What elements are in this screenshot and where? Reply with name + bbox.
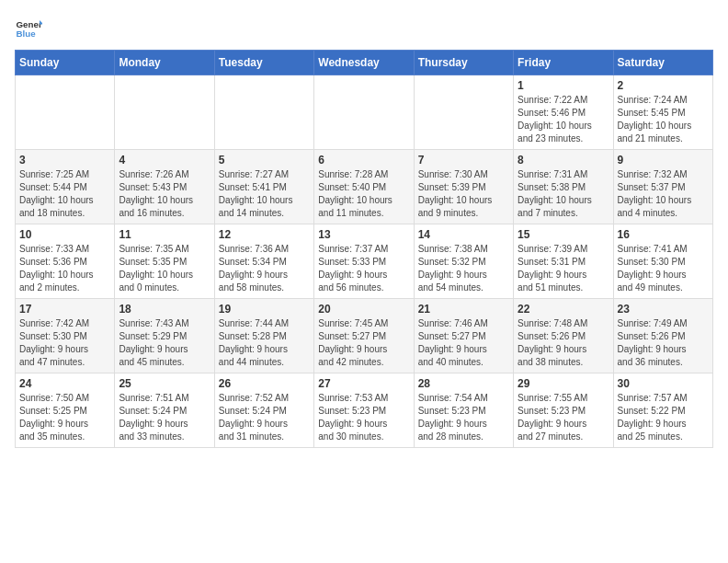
day-cell: 20Sunrise: 7:45 AM Sunset: 5:27 PM Dayli… — [314, 299, 414, 373]
day-info: Sunrise: 7:25 AM Sunset: 5:44 PM Dayligh… — [19, 168, 110, 220]
day-cell: 5Sunrise: 7:27 AM Sunset: 5:41 PM Daylig… — [214, 150, 313, 224]
day-cell: 4Sunrise: 7:26 AM Sunset: 5:43 PM Daylig… — [115, 150, 214, 224]
day-info: Sunrise: 7:32 AM Sunset: 5:37 PM Dayligh… — [618, 168, 709, 220]
day-info: Sunrise: 7:57 AM Sunset: 5:22 PM Dayligh… — [618, 392, 709, 443]
day-cell: 21Sunrise: 7:46 AM Sunset: 5:27 PM Dayli… — [414, 299, 513, 373]
day-number: 16 — [618, 228, 709, 241]
day-cell — [115, 75, 214, 150]
day-cell: 12Sunrise: 7:36 AM Sunset: 5:34 PM Dayli… — [214, 224, 313, 299]
day-number: 27 — [318, 377, 409, 390]
day-number: 28 — [418, 377, 509, 390]
day-number: 2 — [618, 79, 709, 92]
day-cell: 24Sunrise: 7:50 AM Sunset: 5:25 PM Dayli… — [16, 373, 115, 448]
day-number: 10 — [19, 228, 110, 241]
day-info: Sunrise: 7:54 AM Sunset: 5:23 PM Dayligh… — [418, 392, 509, 443]
day-info: Sunrise: 7:37 AM Sunset: 5:33 PM Dayligh… — [318, 243, 409, 294]
svg-text:Blue: Blue — [17, 29, 37, 39]
day-cell: 23Sunrise: 7:49 AM Sunset: 5:26 PM Dayli… — [613, 299, 712, 373]
day-info: Sunrise: 7:44 AM Sunset: 5:28 PM Dayligh… — [219, 317, 310, 369]
day-info: Sunrise: 7:48 AM Sunset: 5:26 PM Dayligh… — [518, 317, 609, 369]
day-info: Sunrise: 7:41 AM Sunset: 5:30 PM Dayligh… — [618, 243, 709, 294]
day-number: 14 — [418, 228, 509, 241]
header-row: SundayMondayTuesdayWednesdayThursdayFrid… — [16, 51, 713, 75]
day-number: 8 — [518, 154, 609, 167]
column-header-wednesday: Wednesday — [314, 51, 414, 75]
day-info: Sunrise: 7:39 AM Sunset: 5:31 PM Dayligh… — [518, 243, 609, 294]
day-info: Sunrise: 7:46 AM Sunset: 5:27 PM Dayligh… — [418, 317, 509, 369]
day-number: 3 — [19, 154, 110, 167]
day-number: 4 — [119, 154, 210, 167]
day-cell: 2Sunrise: 7:24 AM Sunset: 5:45 PM Daylig… — [613, 75, 712, 150]
day-info: Sunrise: 7:51 AM Sunset: 5:24 PM Dayligh… — [119, 392, 210, 443]
day-cell: 29Sunrise: 7:55 AM Sunset: 5:23 PM Dayli… — [514, 373, 613, 448]
week-row-2: 3Sunrise: 7:25 AM Sunset: 5:44 PM Daylig… — [16, 150, 713, 224]
day-info: Sunrise: 7:27 AM Sunset: 5:41 PM Dayligh… — [219, 168, 310, 220]
day-info: Sunrise: 7:42 AM Sunset: 5:30 PM Dayligh… — [19, 317, 110, 369]
day-number: 22 — [518, 303, 609, 316]
day-number: 18 — [119, 303, 210, 316]
day-number: 13 — [318, 228, 409, 241]
day-cell: 26Sunrise: 7:52 AM Sunset: 5:24 PM Dayli… — [214, 373, 313, 448]
day-info: Sunrise: 7:53 AM Sunset: 5:23 PM Dayligh… — [318, 392, 409, 443]
column-header-saturday: Saturday — [613, 51, 712, 75]
day-cell — [214, 75, 313, 150]
day-number: 21 — [418, 303, 509, 316]
day-info: Sunrise: 7:35 AM Sunset: 5:35 PM Dayligh… — [119, 243, 210, 294]
day-cell — [16, 75, 115, 150]
day-info: Sunrise: 7:43 AM Sunset: 5:29 PM Dayligh… — [119, 317, 210, 369]
logo-icon: General Blue — [15, 15, 42, 42]
day-info: Sunrise: 7:49 AM Sunset: 5:26 PM Dayligh… — [618, 317, 709, 369]
day-cell: 3Sunrise: 7:25 AM Sunset: 5:44 PM Daylig… — [16, 150, 115, 224]
column-header-monday: Monday — [115, 51, 214, 75]
day-number: 1 — [518, 79, 609, 92]
logo: General Blue — [15, 15, 46, 42]
day-cell: 15Sunrise: 7:39 AM Sunset: 5:31 PM Dayli… — [514, 224, 613, 299]
day-cell — [414, 75, 513, 150]
day-number: 11 — [119, 228, 210, 241]
week-row-3: 10Sunrise: 7:33 AM Sunset: 5:36 PM Dayli… — [16, 224, 713, 299]
column-header-thursday: Thursday — [414, 51, 513, 75]
day-cell: 17Sunrise: 7:42 AM Sunset: 5:30 PM Dayli… — [16, 299, 115, 373]
day-cell: 25Sunrise: 7:51 AM Sunset: 5:24 PM Dayli… — [115, 373, 214, 448]
day-info: Sunrise: 7:50 AM Sunset: 5:25 PM Dayligh… — [19, 392, 110, 443]
day-number: 25 — [119, 377, 210, 390]
day-info: Sunrise: 7:38 AM Sunset: 5:32 PM Dayligh… — [418, 243, 509, 294]
day-cell: 22Sunrise: 7:48 AM Sunset: 5:26 PM Dayli… — [514, 299, 613, 373]
day-number: 7 — [418, 154, 509, 167]
day-info: Sunrise: 7:30 AM Sunset: 5:39 PM Dayligh… — [418, 168, 509, 220]
day-cell: 7Sunrise: 7:30 AM Sunset: 5:39 PM Daylig… — [414, 150, 513, 224]
day-info: Sunrise: 7:52 AM Sunset: 5:24 PM Dayligh… — [219, 392, 310, 443]
day-cell: 11Sunrise: 7:35 AM Sunset: 5:35 PM Dayli… — [115, 224, 214, 299]
day-cell: 27Sunrise: 7:53 AM Sunset: 5:23 PM Dayli… — [314, 373, 414, 448]
day-cell: 19Sunrise: 7:44 AM Sunset: 5:28 PM Dayli… — [214, 299, 313, 373]
day-info: Sunrise: 7:36 AM Sunset: 5:34 PM Dayligh… — [219, 243, 310, 294]
day-number: 12 — [219, 228, 310, 241]
day-cell — [314, 75, 414, 150]
day-info: Sunrise: 7:24 AM Sunset: 5:45 PM Dayligh… — [618, 94, 709, 145]
day-cell: 28Sunrise: 7:54 AM Sunset: 5:23 PM Dayli… — [414, 373, 513, 448]
day-number: 5 — [219, 154, 310, 167]
day-info: Sunrise: 7:55 AM Sunset: 5:23 PM Dayligh… — [518, 392, 609, 443]
column-header-friday: Friday — [514, 51, 613, 75]
day-number: 29 — [518, 377, 609, 390]
day-number: 9 — [618, 154, 709, 167]
day-cell: 14Sunrise: 7:38 AM Sunset: 5:32 PM Dayli… — [414, 224, 513, 299]
week-row-1: 1Sunrise: 7:22 AM Sunset: 5:46 PM Daylig… — [16, 75, 713, 150]
week-row-5: 24Sunrise: 7:50 AM Sunset: 5:25 PM Dayli… — [16, 373, 713, 448]
day-number: 20 — [318, 303, 409, 316]
day-info: Sunrise: 7:28 AM Sunset: 5:40 PM Dayligh… — [318, 168, 409, 220]
column-header-sunday: Sunday — [16, 51, 115, 75]
day-cell: 8Sunrise: 7:31 AM Sunset: 5:38 PM Daylig… — [514, 150, 613, 224]
day-cell: 1Sunrise: 7:22 AM Sunset: 5:46 PM Daylig… — [514, 75, 613, 150]
day-cell: 13Sunrise: 7:37 AM Sunset: 5:33 PM Dayli… — [314, 224, 414, 299]
day-cell: 10Sunrise: 7:33 AM Sunset: 5:36 PM Dayli… — [16, 224, 115, 299]
week-row-4: 17Sunrise: 7:42 AM Sunset: 5:30 PM Dayli… — [16, 299, 713, 373]
day-number: 6 — [318, 154, 409, 167]
day-info: Sunrise: 7:45 AM Sunset: 5:27 PM Dayligh… — [318, 317, 409, 369]
day-cell: 30Sunrise: 7:57 AM Sunset: 5:22 PM Dayli… — [613, 373, 712, 448]
day-number: 19 — [219, 303, 310, 316]
day-cell: 18Sunrise: 7:43 AM Sunset: 5:29 PM Dayli… — [115, 299, 214, 373]
calendar-table: SundayMondayTuesdayWednesdayThursdayFrid… — [15, 50, 713, 448]
day-number: 23 — [618, 303, 709, 316]
day-info: Sunrise: 7:26 AM Sunset: 5:43 PM Dayligh… — [119, 168, 210, 220]
